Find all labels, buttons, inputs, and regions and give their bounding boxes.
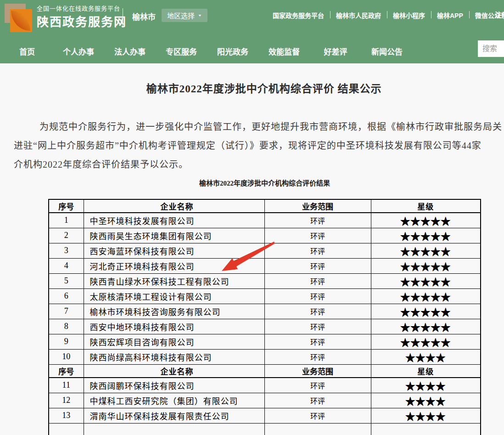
cell-star-rating: ★★★★ <box>371 408 481 423</box>
top-link-app[interactable]: 榆林APP <box>431 11 469 20</box>
cell-star-rating: ★★★★★ <box>371 334 481 349</box>
platform-name: 全国一体化在线政务服务平台 <box>37 5 127 13</box>
cell-company-name: 榆林市环境科技咨询服务有限公司 <box>84 304 264 319</box>
cell-serial-number: 3 <box>49 243 84 258</box>
page: { "colors": { "header_green": "#649d71",… <box>0 0 504 435</box>
table-row: 4河北奇正环境科技有限公司环评★★★★★ <box>49 258 481 273</box>
chevron-down-icon: ▼ <box>198 14 202 17</box>
table-row: 6太原核清环境工程设计有限公司环评★★★★★ <box>49 288 481 304</box>
cell-star-rating: ★★★★★ <box>371 228 481 243</box>
column-header: 业务范围 <box>264 364 371 378</box>
announcement-content: 榆林市2022年度涉批中介机构综合评价 结果公示 为规范中介服务行为，进一步强化… <box>0 63 504 435</box>
brand-block[interactable]: 全国一体化在线政务服务平台 陕西政务服务网 <box>37 5 127 30</box>
cell-company-name: 河北奇正环境科技有限公司 <box>84 258 264 273</box>
cell-star-rating <box>371 423 481 435</box>
cell-serial-number: 4 <box>49 258 84 273</box>
cell-company-name: 陕西青山绿水环保科技工程有限公司 <box>84 273 264 288</box>
top-link-city-government[interactable]: 榆林市人民政府 <box>330 11 387 20</box>
nav-item-news[interactable]: 新闻公告 <box>361 39 413 63</box>
table-row: 10陕西尚绿高科环境科技有限公司环评★★★★ <box>49 349 481 364</box>
paragraph-line: 进驻“网上中介服务超市”中介机构考评管理规定（试行）》要求，现将评定的中圣环境科… <box>14 136 504 155</box>
cell-serial-number: 7 <box>49 304 84 319</box>
cell-business-scope <box>264 423 371 435</box>
table-row: 5陕西青山绿水环保科技工程有限公司环评★★★★★ <box>49 273 481 288</box>
cell-serial-number <box>49 423 84 435</box>
cell-serial-number: 9 <box>49 334 84 349</box>
cell-business-scope: 环评 <box>264 243 371 258</box>
table-header-row: 序号企业名称业务范围星级 <box>49 364 481 378</box>
cell-business-scope: 环评 <box>264 273 371 288</box>
cell-serial-number: 11 <box>49 378 84 393</box>
cell-business-scope: 环评 <box>264 319 371 334</box>
search-input[interactable] <box>478 40 504 57</box>
cell-company-name: 陕西尚绿高科环境科技有限公司 <box>84 349 264 364</box>
column-header: 序号 <box>49 199 84 213</box>
results-table: 序号企业名称业务范围星级1中圣环境科技发展有限公司环评★★★★★2陕西雨昊生态环… <box>48 199 481 435</box>
column-header: 星级 <box>371 364 481 378</box>
top-link-national-platform[interactable]: 国家政务服务平台 <box>267 11 330 20</box>
cell-star-rating: ★★★★ <box>371 349 481 364</box>
nav-item-special-zone[interactable]: 专区服务 <box>156 39 207 63</box>
cell-business-scope: 环评 <box>264 304 371 319</box>
cell-serial-number: 5 <box>49 273 84 288</box>
results-table-body: 序号企业名称业务范围星级1中圣环境科技发展有限公司环评★★★★★2陕西雨昊生态环… <box>49 199 481 435</box>
announcement-paragraph: 为规范中介服务行为，进一步强化中介监管工作，更好地提升我市营商环境，根据《榆林市… <box>14 118 504 174</box>
cell-serial-number: 13 <box>49 408 84 423</box>
page-title: 榆林市2022年度涉批中介机构综合评价 结果公示 <box>0 82 504 96</box>
table-row: 7榆林市环境科技咨询服务有限公司环评★★★★★ <box>49 304 481 319</box>
table-row: 12中煤科工西安研究院（集团）有限公司环评★★★★ <box>49 393 481 408</box>
table-row: 9陕西宏辉项目咨询有限公司环评★★★★★ <box>49 334 481 349</box>
cell-company-name: 陕西宏辉项目咨询有限公司 <box>84 334 264 349</box>
cell-star-rating: ★★★★★ <box>371 213 481 228</box>
region-selector-label: 地区选择 <box>167 11 195 20</box>
cell-company-name: 中圣环境科技发展有限公司 <box>84 213 264 228</box>
cell-serial-number: 12 <box>49 393 84 408</box>
site-logo[interactable] <box>4 3 32 32</box>
cell-business-scope: 环评 <box>264 288 371 304</box>
logo-leaf-icon <box>11 11 30 31</box>
logo-orange-square <box>10 9 32 32</box>
paragraph-line: 介机构2022年度综合评价结果予以公示。 <box>14 155 504 174</box>
cell-star-rating: ★★★★★ <box>371 319 481 334</box>
cell-business-scope: 环评 <box>264 258 371 273</box>
table-row: 11陕西阔鹏环保科技有限公司环评★★★★ <box>49 378 481 393</box>
cell-serial-number: 10 <box>49 349 84 364</box>
table-row-clipped <box>49 423 481 435</box>
cell-company-name: 中煤科工西安研究院（集团）有限公司 <box>84 393 264 408</box>
cell-business-scope: 环评 <box>264 228 371 243</box>
cell-star-rating: ★★★★ <box>371 393 481 408</box>
column-header: 业务范围 <box>264 199 371 213</box>
nav-item-personal[interactable]: 个人办事 <box>53 39 104 63</box>
table-row: 13渭南华山环保科技发展有限责任公司环评★★★★ <box>49 408 481 423</box>
column-header: 序号 <box>49 364 84 378</box>
brand-divider <box>123 8 123 27</box>
table-row: 3西安海蓝环保科技有限公司环评★★★★★ <box>49 243 481 258</box>
table-row: 2陕西雨昊生态环境集团有限公司环评★★★★★ <box>49 228 481 243</box>
nav-item-efficiency[interactable]: 效能监督 <box>258 39 310 63</box>
nav-item-sunshine-gov[interactable]: 阳光政务 <box>207 39 258 63</box>
table-caption: 榆林市2022年度涉批中介机构综合评价结果 <box>48 180 481 187</box>
cell-company-name: 西安海蓝环保科技有限公司 <box>84 243 264 258</box>
cell-star-rating: ★★★★★ <box>371 304 481 319</box>
cell-business-scope: 环评 <box>264 378 371 393</box>
cell-business-scope: 环评 <box>264 334 371 349</box>
column-header: 星级 <box>371 199 481 213</box>
cell-business-scope: 环评 <box>264 213 371 228</box>
site-name: 陕西政务服务网 <box>37 14 127 30</box>
current-city-label: 榆林市 <box>132 13 156 22</box>
cell-company-name: 陕西阔鹏环保科技有限公司 <box>84 378 264 393</box>
top-link-mini-program[interactable]: 榆林小程序 <box>387 11 431 20</box>
region-selector-button[interactable]: 地区选择 ▼ <box>162 9 207 22</box>
cell-company-name: 太原核清环境工程设计有限公司 <box>84 288 264 304</box>
nav-item-home[interactable]: 首页 <box>1 39 53 63</box>
nav-item-rating[interactable]: 好差评 <box>310 39 361 63</box>
cell-serial-number: 8 <box>49 319 84 334</box>
main-nav: 首页 个人办事 法人办事 专区服务 阳光政务 效能监督 好差评 新闻公告 <box>0 39 504 63</box>
cell-serial-number: 1 <box>49 213 84 228</box>
cell-star-rating: ★★★★★ <box>371 258 481 273</box>
nav-item-legal-person[interactable]: 法人办事 <box>104 39 156 63</box>
cell-serial-number: 6 <box>49 288 84 304</box>
cell-star-rating: ★★★★★ <box>371 288 481 304</box>
top-links: 国家政务服务平台 榆林市人民政府 榆林小程序 榆林APP 微信公众号 <box>267 11 504 20</box>
register-link[interactable]: 注册 <box>495 10 504 19</box>
